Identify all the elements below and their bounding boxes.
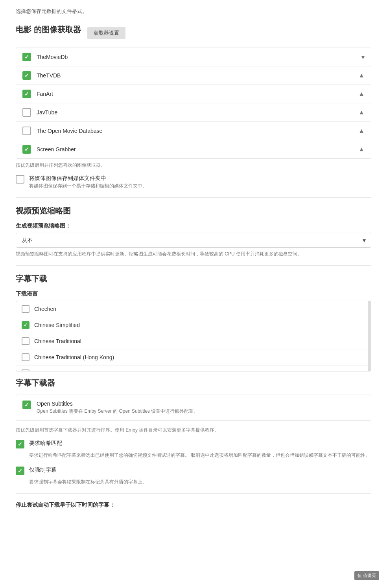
lang-checkbox[interactable] <box>22 337 29 345</box>
hash-match-checkbox-row: 要求哈希匹配 <box>16 440 371 448</box>
forced-only-label: 仅强制字幕 <box>29 467 57 474</box>
language-item[interactable]: Church Slavic <box>16 366 371 371</box>
provider-checkbox[interactable] <box>22 71 31 80</box>
language-item[interactable]: Chinese Traditional (Hong Kong) <box>16 349 371 366</box>
lang-checkbox[interactable] <box>22 369 29 371</box>
provider-item[interactable]: FanArt▲ <box>16 85 371 103</box>
grabber-settings-button[interactable]: 获取器设置 <box>87 27 125 39</box>
save-images-label: 将媒体图像保存到媒体文件夹中 <box>29 175 147 182</box>
chevron-icon: ▲ <box>358 109 365 116</box>
hash-match-checkbox[interactable] <box>16 440 24 448</box>
thumbnail-select-wrapper: 从不 ▾ <box>16 233 371 248</box>
thumbnail-sub-label: 生成视频预览缩略图： <box>16 222 371 230</box>
save-images-labels: 将媒体图像保存到媒体文件夹中 将媒体图像保存到一个易于存储和编辑的媒体文件夹中。 <box>29 175 147 189</box>
subtitle-provider-desc: Open Subtitles 需要在 Emby Server 的 Open Su… <box>37 408 198 415</box>
watermark-icon: 值 <box>358 573 362 578</box>
provider-item[interactable]: TheTVDB▲ <box>16 66 371 85</box>
provider-item[interactable]: The Open Movie Database▲ <box>16 122 371 140</box>
language-item[interactable]: Chinese Traditional <box>16 333 371 349</box>
subtitle-provider-info: Open SubtitlesOpen Subtitles 需要在 Emby Se… <box>37 401 198 415</box>
thumbnail-title: 视频预览缩略图 <box>16 206 371 216</box>
divider-1 <box>16 197 371 198</box>
subtitle-downloader-title: 字幕下载器 <box>16 378 371 388</box>
provider-checkbox[interactable] <box>22 145 31 154</box>
chevron-icon: ▲ <box>358 146 365 153</box>
image-grabber-header: 电影 的图像获取器 获取器设置 <box>16 24 371 41</box>
divider-2 <box>16 265 371 266</box>
provider-name: TheTVDB <box>37 72 353 79</box>
provider-checkbox[interactable] <box>22 53 31 61</box>
provider-name: TheMovieDb <box>37 54 356 60</box>
scrollbar <box>368 301 371 371</box>
provider-checkbox[interactable] <box>22 127 31 135</box>
stop-try-label: 停止尝试自动下载早于以下时间的字幕： <box>16 502 371 509</box>
lang-sub-title: 下载语言 <box>16 290 371 298</box>
lang-name: Chinese Simplified <box>34 322 80 328</box>
lang-name: Chinese Traditional (Hong Kong) <box>34 354 114 360</box>
forced-only-desc: 要求强制字幕会将结果限制在标记为具有外语的字幕上。 <box>16 478 371 485</box>
provider-list: TheMovieDb▾TheTVDB▲FanArt▲JavTube▲The Op… <box>16 48 371 159</box>
save-images-desc: 将媒体图像保存到一个易于存储和编辑的媒体文件夹中。 <box>29 183 147 189</box>
lang-checkbox[interactable] <box>22 353 29 361</box>
image-grabber-hint: 按优先级启用并排列您喜欢的图像获取器。 <box>16 162 371 169</box>
forced-only-checkbox[interactable] <box>16 467 24 475</box>
lang-checkbox[interactable] <box>22 305 29 313</box>
image-grabber-title: 电影 的图像获取器 <box>16 24 81 35</box>
lang-name: Chechen <box>34 306 56 312</box>
language-item[interactable]: Chechen <box>16 301 371 317</box>
subtitle-downloader-list: Open SubtitlesOpen Subtitles 需要在 Emby Se… <box>16 395 371 421</box>
provider-item[interactable]: Screen Grabber▲ <box>16 140 371 158</box>
language-item[interactable]: Chinese Simplified <box>16 317 371 333</box>
subtitle-title: 字幕下载 <box>16 274 371 284</box>
provider-name: FanArt <box>37 91 353 97</box>
thumbnail-hint: 视频预览缩略图可在支持的应用程序中提供实时更新。缩略图生成可能会花费很长时间，导… <box>16 251 371 257</box>
lang-name: Chinese Traditional <box>34 338 81 344</box>
save-images-row: 将媒体图像保存到媒体文件夹中 将媒体图像保存到一个易于存储和编辑的媒体文件夹中。 <box>16 175 371 189</box>
provider-name: Screen Grabber <box>37 146 353 153</box>
subtitle-downloader-hint: 按优先级启用首选字幕下载器并对其进行排序。使用 Emby 插件目录可以安装更多字… <box>16 427 371 434</box>
subtitle-provider-checkbox[interactable] <box>22 401 31 409</box>
forced-only-row: 仅强制字幕 要求强制字幕会将结果限制在标记为具有外语的字幕上。 <box>16 467 371 485</box>
provider-checkbox[interactable] <box>22 90 31 98</box>
chevron-icon: ▲ <box>358 72 365 79</box>
chevron-icon: ▲ <box>358 90 365 97</box>
subtitle-provider-item[interactable]: Open SubtitlesOpen Subtitles 需要在 Emby Se… <box>16 395 371 420</box>
thumbnail-dropdown[interactable]: 从不 <box>16 233 371 248</box>
watermark-text: 值得买 <box>363 573 376 578</box>
top-note: 选择您保存元数据的文件格式。 <box>16 8 371 15</box>
forced-only-checkbox-row: 仅强制字幕 <box>16 467 371 475</box>
lang-name: Church Slavic <box>34 370 68 371</box>
hash-match-row: 要求哈希匹配 要求进行哈希匹配字幕来筛选出已经使用了您的确切视频文件测试过的字幕… <box>16 440 371 459</box>
provider-name: JavTube <box>37 109 353 116</box>
page-wrapper: 选择您保存元数据的文件格式。 电影 的图像获取器 获取器设置 TheMovieD… <box>0 0 387 588</box>
chevron-icon: ▾ <box>361 53 365 61</box>
hash-match-label: 要求哈希匹配 <box>29 440 62 447</box>
subtitle-provider-name: Open Subtitles <box>37 401 198 407</box>
provider-checkbox[interactable] <box>22 108 31 117</box>
provider-item[interactable]: TheMovieDb▾ <box>16 48 371 66</box>
divider-3 <box>16 493 371 494</box>
language-list-box[interactable]: ChechenChinese SimplifiedChinese Traditi… <box>16 301 371 371</box>
save-images-checkbox[interactable] <box>16 175 24 184</box>
provider-name: The Open Movie Database <box>37 128 353 134</box>
chevron-icon: ▲ <box>358 127 365 134</box>
provider-item[interactable]: JavTube▲ <box>16 103 371 122</box>
watermark: 值 值得买 <box>354 571 379 580</box>
hash-match-desc: 要求进行哈希匹配字幕来筛选出已经使用了您的确切视频文件测试过的字幕。 取消选中此… <box>16 452 371 459</box>
lang-checkbox[interactable] <box>22 321 29 329</box>
